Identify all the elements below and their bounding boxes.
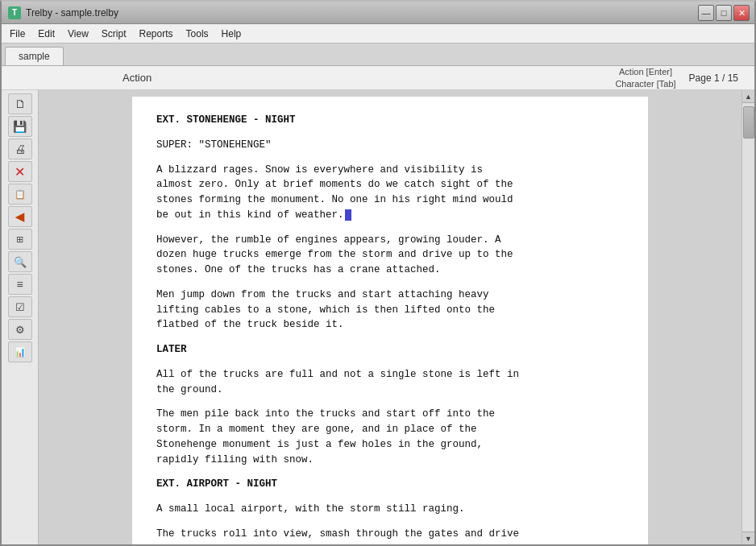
paste-btn[interactable]: 📋 [8, 184, 32, 205]
search-btn[interactable]: 🔍 [8, 251, 32, 272]
status-row: Action Action [Enter] Character [Tab] Pa… [2, 66, 754, 90]
script-action-blizzard: A blizzard rages. Snow is everywhere and… [156, 163, 624, 223]
menu-reports[interactable]: Reports [133, 27, 180, 41]
delete-btn[interactable]: ✕ [8, 161, 32, 182]
scroll-track[interactable] [742, 103, 754, 532]
status-left: Action [2, 72, 615, 84]
tab-sample[interactable]: sample [5, 47, 64, 65]
script-action-rumble: However, the rumble of engines appears, … [156, 233, 624, 278]
scroll-up-button[interactable]: ▲ [742, 90, 755, 103]
script-scene-heading-airport: EXT. AIRPORT - NIGHT [156, 477, 624, 492]
minimize-button[interactable]: — [698, 5, 714, 21]
format-btn[interactable]: ≡ [8, 274, 32, 295]
save-btn[interactable]: 💾 [8, 116, 32, 137]
page-indicator: Page 1 / 15 [689, 72, 738, 84]
menu-script[interactable]: Script [95, 27, 133, 41]
menu-view[interactable]: View [61, 27, 95, 41]
script-action-trucks-roll: The trucks roll into view, smash through… [156, 527, 624, 542]
scroll-thumb[interactable] [743, 106, 754, 139]
window-controls: — □ ✕ [698, 5, 750, 21]
new-doc-btn[interactable]: 🗋 [8, 93, 32, 114]
settings-btn[interactable]: ⚙ [8, 319, 32, 340]
script-scene-heading-later: LATER [156, 342, 624, 358]
menu-bar: File Edit View Script Reports Tools Help [2, 24, 754, 43]
print-btn[interactable]: 🖨 [8, 139, 32, 159]
stats-btn[interactable]: 📊 [8, 341, 32, 362]
script-scene-heading-1: EXT. STONEHENGE - NIGHT [156, 113, 624, 128]
app-window: T Trelby - sample.trelby — □ ✕ File Edit… [0, 0, 756, 546]
menu-edit[interactable]: Edit [31, 27, 61, 41]
main-area: 🗋 💾 🖨 ✕ 📋 ◀ ⊞ 🔍 ≡ ☑ ⚙ 📊 EXT. STONEHENGE … [2, 90, 754, 544]
menu-help[interactable]: Help [215, 27, 248, 41]
menu-tools[interactable]: Tools [180, 27, 215, 41]
back-btn[interactable]: ◀ [8, 206, 32, 227]
menu-file[interactable]: File [3, 27, 31, 41]
script-container[interactable]: EXT. STONEHENGE - NIGHT SUPER: "STONEHEN… [39, 90, 741, 544]
check-btn[interactable]: ☑ [8, 296, 32, 317]
status-right: Action [Enter] Character [Tab] Page 1 / … [615, 66, 754, 89]
close-button[interactable]: ✕ [733, 5, 750, 21]
script-action-trucks-full: All of the trucks are full and not a sin… [156, 367, 624, 398]
current-element-type: Action [123, 72, 203, 84]
maximize-button[interactable]: □ [716, 5, 732, 21]
scrollbar: ▲ ▼ [741, 90, 754, 544]
script-action-airport: A small local airport, with the storm st… [156, 502, 624, 517]
tab-bar: sample [2, 43, 754, 66]
text-cursor [345, 209, 351, 221]
script-action-cables: Men jump down from the trucks and start … [156, 287, 624, 333]
title-bar: T Trelby - sample.trelby — □ ✕ [2, 2, 754, 24]
scroll-down-button[interactable]: ▼ [742, 532, 755, 544]
app-icon: T [8, 6, 21, 19]
action-hint-line2: Character [Tab] [615, 79, 675, 89]
grid-btn[interactable]: ⊞ [8, 229, 32, 250]
script-action-pile-back: The men pile back into the trucks and st… [156, 407, 624, 467]
action-hint: Action [Enter] Character [Tab] [615, 66, 675, 89]
window-title: Trelby - sample.trelby [26, 7, 118, 19]
action-hint-line1: Action [Enter] [619, 67, 672, 77]
sidebar-toolbar: 🗋 💾 🖨 ✕ 📋 ◀ ⊞ 🔍 ≡ ☑ ⚙ 📊 [2, 90, 39, 544]
script-page[interactable]: EXT. STONEHENGE - NIGHT SUPER: "STONEHEN… [132, 97, 648, 544]
script-action-super: SUPER: "STONEHENGE" [156, 138, 624, 153]
